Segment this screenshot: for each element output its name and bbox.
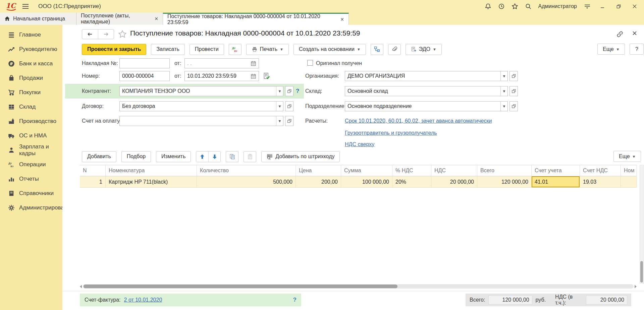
add-row-button[interactable]: Добавить (82, 151, 116, 162)
counterparty-open-button[interactable] (285, 86, 293, 96)
column-header[interactable]: Ном (621, 165, 637, 176)
add-by-barcode-button[interactable]: Добавить по штрихкоду (261, 151, 340, 162)
sidebar-item-salary-hr[interactable]: Зарплата и кадры (0, 143, 62, 157)
attachments-button[interactable] (388, 44, 401, 55)
calendar-icon[interactable] (251, 73, 256, 79)
cell-total[interactable]: 120 000,00 (477, 176, 532, 188)
invoice-date-input[interactable]: . . (184, 58, 259, 68)
contract-open-button[interactable] (285, 101, 293, 111)
paste-row-button[interactable] (244, 151, 256, 162)
settlements-link[interactable]: Срок 10.01.2020, 60.01, 60.02, зачет ава… (345, 116, 492, 126)
cell-price[interactable]: 200,00 (296, 176, 341, 188)
chevron-down-icon[interactable]: ▼ (276, 102, 283, 111)
cell-vat-percent[interactable]: 20% (392, 176, 431, 188)
counterparty-combo[interactable]: КОМПАНИЯ ТЕНЗОР ООО ▼ (119, 86, 283, 96)
vertical-scrollbar-thumb[interactable] (640, 261, 643, 283)
chevron-down-icon[interactable]: ▼ (500, 71, 507, 81)
close-window-button[interactable] (630, 4, 639, 9)
column-header[interactable]: Количество (197, 165, 296, 176)
chevron-down-icon[interactable]: ▼ (500, 102, 507, 111)
minimize-button[interactable] (598, 4, 607, 9)
column-header[interactable]: Номенклатура (106, 165, 197, 176)
tab-close-icon[interactable]: ✕ (154, 16, 158, 21)
sidebar-item-warehouse[interactable]: Склад (0, 100, 62, 114)
column-header[interactable]: Счет учета (532, 165, 580, 176)
cell-account-selected[interactable]: 41.01 (532, 176, 580, 188)
chevron-down-icon[interactable]: ▼ (500, 86, 507, 96)
department-open-button[interactable] (509, 101, 518, 111)
close-form-icon[interactable]: ✕ (632, 29, 637, 37)
warehouse-combo[interactable]: Основной склад ▼ (345, 86, 508, 96)
help-button[interactable]: ? (630, 44, 644, 55)
date-input[interactable]: 10.01.2020 23:59:59 (184, 71, 259, 81)
move-row-up-button[interactable] (196, 151, 208, 162)
history-icon[interactable] (498, 3, 505, 10)
cell-vat[interactable]: 20 000,00 (431, 176, 477, 188)
sidebar-item-administration[interactable]: Администрирование (0, 200, 62, 215)
column-header[interactable]: Всего (477, 165, 532, 176)
items-more-button[interactable]: Еще ▼ (613, 151, 641, 162)
get-link-icon[interactable] (616, 30, 624, 38)
payment-invoice-open-button[interactable] (285, 116, 293, 126)
report-structure-button[interactable] (371, 44, 383, 55)
consignor-consignee-link[interactable]: Грузоотправитель и грузополучатель (345, 128, 437, 138)
cell-vat-account[interactable]: 19.03 (580, 176, 621, 188)
scrollbar-thumb[interactable] (84, 285, 397, 288)
column-header[interactable]: N (80, 165, 106, 176)
column-header[interactable]: Сумма (341, 165, 392, 176)
sidebar-item-operations[interactable]: ДтКт Операции (0, 157, 62, 172)
forward-button[interactable] (98, 29, 114, 39)
department-combo[interactable]: Основное подразделение ▼ (345, 101, 508, 111)
post-and-close-button[interactable]: Провести и закрыть (82, 44, 146, 55)
current-user[interactable]: Администратор (538, 3, 577, 9)
organization-open-button[interactable] (509, 71, 518, 81)
cell-line-number[interactable]: 1 (80, 176, 106, 188)
invoice-facture-help-icon[interactable]: ? (293, 297, 297, 303)
organization-combo[interactable]: ДЕМО ОРГАНИЗАЦИЯ ▼ (345, 71, 508, 81)
chevron-down-icon[interactable]: ▼ (276, 86, 283, 96)
notifications-bell-icon[interactable] (485, 3, 491, 10)
vat-on-top-link[interactable]: НДС сверху (345, 139, 374, 149)
cell-amount[interactable]: 100 000,00 (341, 176, 392, 188)
invoice-facture-link[interactable]: 2 от 10.01.2020 (124, 295, 162, 305)
pick-items-button[interactable]: Подбор (121, 151, 151, 162)
restore-window-button[interactable] (614, 4, 623, 9)
back-button[interactable] (82, 29, 98, 39)
column-header[interactable]: НДС (431, 165, 477, 176)
tab-receipts-list[interactable]: Поступление (акты, накладные) ✕ (76, 13, 163, 25)
create-based-on-button[interactable]: Создать на основании ▼ (293, 44, 366, 55)
sidebar-item-sales[interactable]: Продажи (0, 71, 62, 85)
column-header[interactable]: % НДС (392, 165, 431, 176)
sidebar-item-main[interactable]: Главное (0, 27, 62, 42)
calendar-icon[interactable] (251, 61, 256, 66)
scroll-right-arrow[interactable] (635, 285, 637, 288)
print-button[interactable]: Печать ▼ (246, 44, 289, 55)
tab-goods-receipt-document[interactable]: Поступление товаров: Накладная 0000-0000… (163, 13, 349, 25)
invoice-no-input[interactable] (119, 58, 170, 68)
sidebar-item-manager[interactable]: Руководителю (0, 42, 62, 56)
original-received-checkbox[interactable] (307, 60, 313, 66)
contract-combo[interactable]: Без договора ▼ (119, 101, 283, 111)
payment-invoice-combo[interactable]: ▼ (119, 116, 283, 126)
service-menu-icon[interactable] (584, 3, 591, 9)
tab-close-icon[interactable]: ✕ (340, 17, 344, 22)
vertical-scrollbar[interactable] (640, 165, 644, 284)
show-postings-dtkt-button[interactable]: ДтКт (229, 44, 241, 55)
sidebar-item-bank-cash[interactable]: ₽ Банк и касса (0, 56, 62, 71)
search-icon[interactable] (525, 3, 532, 10)
favorites-star-icon[interactable] (512, 3, 518, 10)
counterparty-help-icon[interactable]: ? (296, 88, 299, 95)
main-menu-icon[interactable] (22, 4, 29, 9)
number-input[interactable]: 0000-000004 (119, 71, 170, 81)
edo-button[interactable]: ЭДО ▼ (406, 44, 442, 55)
add-to-favorites-star-icon[interactable] (118, 30, 127, 39)
sidebar-item-production[interactable]: Производство (0, 114, 62, 128)
move-row-down-button[interactable] (208, 151, 220, 162)
column-header[interactable]: Цена (296, 165, 341, 176)
warehouse-open-button[interactable] (509, 86, 518, 96)
tab-home[interactable]: Начальная страница (0, 13, 76, 25)
edit-row-button[interactable]: Изменить (156, 151, 191, 162)
cell-nomenclature[interactable]: Картридж HP 711(black) (106, 176, 197, 188)
chevron-down-icon[interactable]: ▼ (276, 116, 283, 126)
cell-empty[interactable] (621, 176, 637, 188)
